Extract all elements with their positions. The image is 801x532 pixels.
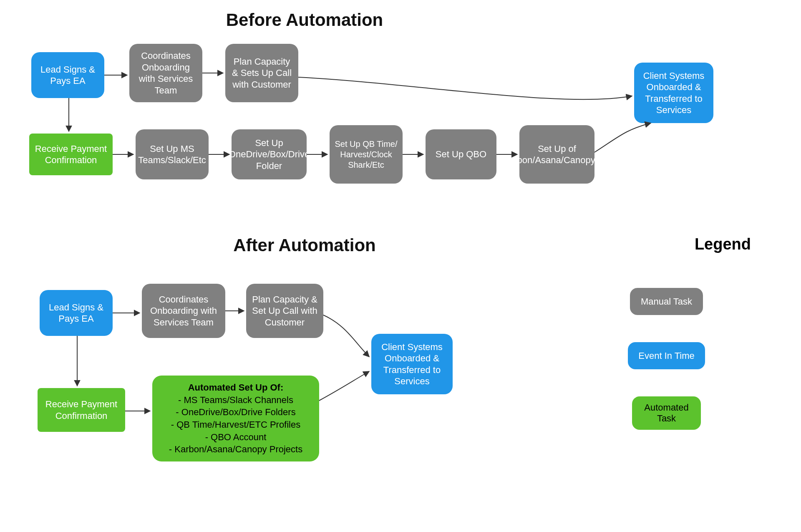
legend-title: Legend bbox=[695, 235, 751, 253]
auto-line: - OneDrive/Box/Drive Folders bbox=[162, 406, 309, 419]
node-after-coord: Coordinates Onboarding with Services Tea… bbox=[142, 284, 225, 338]
node-before-qbo: Set Up QBO bbox=[426, 129, 496, 179]
edge bbox=[298, 77, 632, 99]
edge bbox=[319, 371, 369, 401]
node-before-lead: Lead Signs & Pays EA bbox=[31, 52, 104, 98]
node-before-qbtime: Set Up QB Time/ Harvest/Clock Shark/Etc bbox=[330, 125, 403, 184]
auto-line: - MS Teams/Slack Channels bbox=[162, 394, 309, 406]
node-before-drive: Set Up OneDrive/Box/Drive Folder bbox=[232, 129, 307, 179]
node-before-coord: Coordinates Onboarding with Services Tea… bbox=[129, 44, 202, 102]
node-after-receive: Receive Payment Confirmation bbox=[38, 388, 125, 432]
node-before-receive: Receive Payment Confirmation bbox=[29, 134, 113, 175]
auto-line: - Karbon/Asana/Canopy Projects bbox=[162, 443, 309, 456]
title-after: After Automation bbox=[0, 235, 609, 255]
auto-line: - QBO Account bbox=[162, 431, 309, 444]
node-before-ms: Set Up MS Teams/Slack/Etc bbox=[136, 129, 209, 179]
node-after-automated: Automated Set Up Of: - MS Teams/Slack Ch… bbox=[152, 376, 319, 461]
auto-line: - QB Time/Harvest/ETC Profiles bbox=[162, 419, 309, 431]
node-before-karbon: Set Up of Karbon/Asana/Canopy/Etc bbox=[519, 125, 594, 184]
auto-header: Automated Set Up Of: bbox=[162, 381, 309, 394]
node-before-plan: Plan Capacity & Sets Up Call with Custom… bbox=[225, 44, 298, 102]
node-before-final: Client Systems Onboarded & Transferred t… bbox=[634, 63, 713, 123]
legend-auto: Automated Task bbox=[632, 396, 701, 430]
legend-event: Event In Time bbox=[628, 342, 705, 369]
node-after-plan: Plan Capacity & Set Up Call with Custome… bbox=[246, 284, 323, 338]
edge bbox=[323, 315, 369, 357]
node-after-final: Client Systems Onboarded & Transferred t… bbox=[371, 334, 453, 394]
node-after-lead: Lead Signs & Pays EA bbox=[40, 290, 113, 336]
legend-manual: Manual Task bbox=[630, 288, 703, 315]
title-before: Before Automation bbox=[0, 10, 609, 30]
